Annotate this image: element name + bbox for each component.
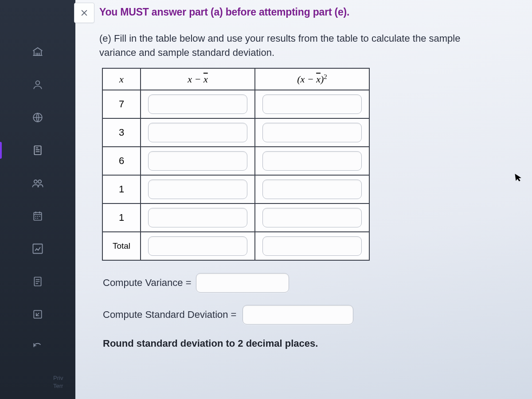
table-row: 7	[102, 90, 369, 118]
warning-text: You MUST answer part (a) before attempti…	[99, 6, 497, 18]
total-diffsq-input[interactable]	[262, 236, 362, 256]
terms-link[interactable]: Terr	[53, 382, 63, 390]
privacy-link[interactable]: Priv	[53, 374, 63, 382]
x-value: 7	[106, 98, 137, 110]
table-total-row: Total	[102, 232, 369, 260]
note-icon[interactable]	[30, 274, 45, 289]
sidebar: Priv Terr	[0, 0, 75, 399]
svg-rect-2	[34, 146, 41, 155]
deviation-table: x x − x (x − x)2 7 3	[102, 68, 370, 261]
institution-icon[interactable]	[30, 44, 45, 59]
diffsq-input[interactable]	[262, 151, 362, 171]
variance-row: Compute Variance =	[103, 273, 497, 293]
diffsq-input[interactable]	[262, 94, 362, 114]
person-icon[interactable]	[30, 77, 45, 92]
svg-point-4	[38, 180, 41, 183]
main-panel: You MUST answer part (a) before attempti…	[75, 0, 532, 399]
stddev-label: Compute Standard Deviation =	[103, 309, 236, 321]
diffsq-input[interactable]	[262, 123, 362, 142]
diff-input[interactable]	[148, 94, 247, 114]
col-header-diffsq: (x − x)2	[255, 68, 369, 90]
footer-links: Priv Terr	[53, 374, 63, 390]
globe-icon[interactable]	[30, 110, 45, 125]
edit-icon[interactable]	[30, 307, 45, 322]
variance-input[interactable]	[196, 273, 289, 293]
round-note: Round standard deviation to 2 decimal pl…	[103, 338, 497, 349]
svg-point-0	[36, 81, 40, 85]
x-value: 1	[106, 212, 137, 223]
table-row: 3	[102, 118, 369, 147]
diff-input[interactable]	[148, 123, 247, 142]
refresh-icon[interactable]	[30, 340, 45, 355]
instructions-text: (e) Fill in the table below and use your…	[99, 31, 497, 60]
document-icon[interactable]	[30, 143, 45, 158]
x-value: 6	[106, 155, 137, 167]
diffsq-input[interactable]	[262, 208, 362, 227]
diff-input[interactable]	[148, 180, 247, 199]
instructions-body: Fill in the table below and use your res…	[99, 33, 460, 58]
col-header-x: x	[102, 68, 141, 90]
total-diff-input[interactable]	[148, 236, 247, 256]
total-label: Total	[106, 241, 137, 251]
diffsq-input[interactable]	[262, 180, 362, 199]
stddev-row: Compute Standard Deviation =	[103, 305, 497, 325]
svg-rect-6	[33, 244, 43, 254]
part-label: (e)	[99, 33, 111, 44]
close-button[interactable]	[74, 3, 94, 23]
x-value: 1	[106, 184, 137, 195]
variance-label: Compute Variance =	[103, 277, 192, 289]
calendar-icon[interactable]	[30, 208, 45, 223]
table-row: 1	[102, 203, 369, 232]
people-icon[interactable]	[30, 176, 45, 191]
x-value: 3	[106, 127, 137, 138]
table-row: 6	[102, 147, 369, 175]
col-header-diff: x − x	[141, 68, 255, 90]
table-row: 1	[102, 175, 369, 203]
chart-icon[interactable]	[30, 241, 45, 256]
diff-input[interactable]	[148, 208, 247, 227]
svg-point-3	[34, 180, 37, 183]
diff-input[interactable]	[148, 151, 247, 171]
stddev-input[interactable]	[243, 305, 353, 325]
cursor-icon	[514, 172, 523, 184]
